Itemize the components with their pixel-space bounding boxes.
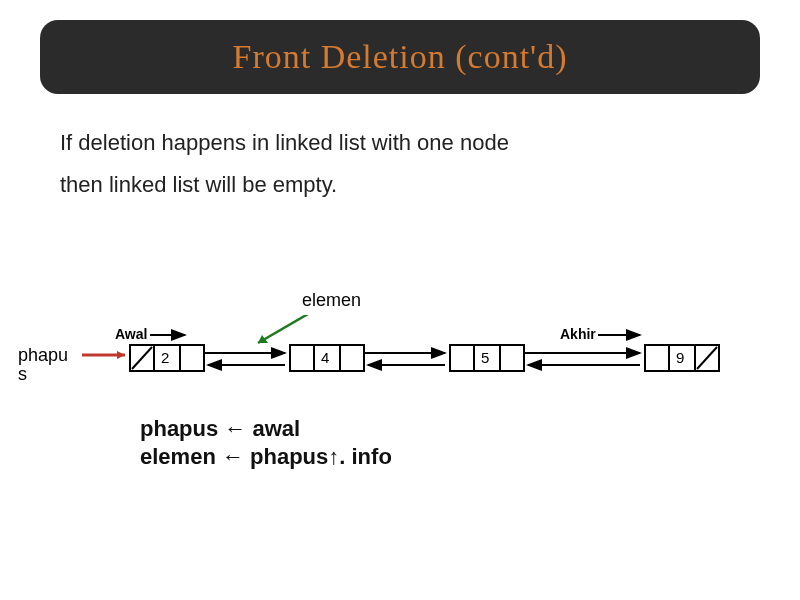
body-line-2: then linked list will be empty. [60, 164, 740, 206]
svg-line-2 [258, 315, 320, 343]
svg-rect-23 [645, 345, 669, 371]
linked-list-diagram: Awal 2 4 5 Akhir 9 [0, 315, 800, 395]
assign-1-right: awal [252, 416, 300, 441]
assign-2-left: elemen [140, 444, 216, 469]
body-line-1: If deletion happens in linked list with … [60, 122, 740, 164]
node-4: 9 [645, 345, 719, 371]
body-text: If deletion happens in linked list with … [60, 122, 740, 206]
assignment-block: phapus ← awal elemen ← phapus↑. info [140, 415, 392, 470]
assign-arrow-1: ← [218, 416, 252, 441]
label-awal: Awal [115, 326, 147, 342]
svg-text:2: 2 [161, 349, 169, 366]
assign-arrow-2: ← [216, 444, 250, 469]
assign-1-left: phapus [140, 416, 218, 441]
svg-text:5: 5 [481, 349, 489, 366]
node-1: 2 [130, 345, 204, 371]
node-3: 5 [450, 345, 524, 371]
svg-text:4: 4 [321, 349, 329, 366]
slide-title: Front Deletion (cont'd) [232, 38, 567, 75]
title-bar: Front Deletion (cont'd) [40, 20, 760, 94]
svg-rect-13 [340, 345, 364, 371]
node-2: 4 [290, 345, 364, 371]
svg-rect-7 [180, 345, 204, 371]
svg-text:9: 9 [676, 349, 684, 366]
label-elemen: elemen [302, 290, 361, 311]
svg-rect-19 [500, 345, 524, 371]
svg-rect-10 [290, 345, 314, 371]
assign-2-right: phapus↑. info [250, 444, 392, 469]
svg-rect-16 [450, 345, 474, 371]
label-akhir: Akhir [560, 326, 596, 342]
